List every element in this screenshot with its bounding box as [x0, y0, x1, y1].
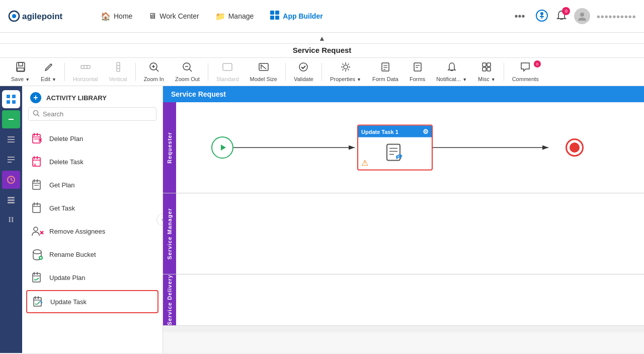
rail-list1[interactable]	[2, 130, 20, 149]
rail-list2[interactable]	[2, 151, 20, 169]
list-item-label: Delete Task	[49, 158, 84, 166]
save-icon	[15, 61, 26, 75]
svg-rect-105	[387, 145, 400, 161]
nav-manage[interactable]: 📁 Manage	[208, 8, 261, 25]
vertical-icon	[113, 61, 124, 75]
nav-home-label: Home	[114, 12, 132, 20]
validate-button[interactable]: Validate	[289, 59, 318, 84]
list-item[interactable]: Update Plan	[22, 266, 163, 289]
list-item[interactable]: Get Task	[22, 196, 163, 220]
standard-button[interactable]: Standard	[211, 59, 244, 84]
task-node-update-task1[interactable]: Update Task 1 ⚙ ⚠	[357, 125, 433, 171]
model-size-button[interactable]: Model Size	[245, 59, 282, 84]
process-title: Service Request	[163, 86, 644, 102]
list-item[interactable]: Delete Plan	[22, 127, 163, 150]
svg-rect-20	[117, 62, 120, 72]
svg-line-60	[11, 180, 13, 181]
nav-manage-label: Manage	[228, 12, 254, 20]
sidebar-title: ACTIVITY LIBRARY	[46, 94, 107, 102]
svg-rect-62	[8, 199, 15, 201]
properties-label: Properties ▼	[330, 76, 361, 82]
update-task-icon	[31, 295, 45, 309]
start-node[interactable]	[211, 136, 233, 159]
nav-more-btn[interactable]: •••	[510, 9, 529, 24]
sep3	[208, 63, 208, 81]
svg-rect-38	[414, 63, 421, 71]
svg-rect-49	[12, 100, 16, 104]
list-item[interactable]: Remove Assignees	[22, 220, 163, 243]
save-button[interactable]: Save ▼	[6, 59, 35, 84]
update-plan-icon	[30, 270, 44, 285]
nav-username: ●●●●●●●●●●	[596, 13, 636, 20]
model-size-label: Model Size	[250, 76, 277, 82]
rail-clock[interactable]	[2, 171, 20, 189]
grid-icon	[270, 10, 280, 22]
notifications-button[interactable]: Notificat... ▼	[431, 59, 472, 84]
svg-rect-47	[12, 95, 16, 98]
sep2	[135, 63, 136, 81]
canvas-area[interactable]: Service Request Requester	[163, 86, 644, 353]
svg-point-87	[34, 227, 38, 231]
properties-button[interactable]: Properties ▼	[325, 59, 366, 84]
toolbar: Save ▼ Edit ▼ Horizontal Vertical Zoom I…	[0, 58, 644, 86]
user-avatar[interactable]	[574, 8, 590, 24]
rail-II[interactable]: II	[2, 211, 20, 229]
swim-lane-service-delivery-content[interactable]	[176, 274, 644, 325]
collapse-bar[interactable]: ▲	[0, 33, 644, 44]
task-gear-icon[interactable]: ⚙	[423, 128, 429, 135]
swim-lane-service-manager-content[interactable]	[176, 193, 644, 274]
horizontal-scrollbar[interactable]	[163, 325, 644, 332]
svg-text:✕: ✕	[33, 163, 37, 167]
zoom-in-icon	[148, 61, 159, 75]
misc-label: Misc ▼	[478, 76, 496, 82]
end-node[interactable]	[566, 138, 584, 157]
rail-green[interactable]	[2, 110, 20, 128]
list-item-label: Get Task	[49, 204, 75, 212]
sidebar-add-button[interactable]: +	[30, 92, 41, 103]
edit-icon	[43, 61, 54, 75]
svg-line-65	[38, 115, 40, 117]
comments-button[interactable]: 0 Comments	[507, 59, 544, 84]
horizontal-button[interactable]: Horizontal	[68, 59, 103, 84]
logo: agilepoint	[8, 7, 73, 25]
edit-button[interactable]: Edit ▼	[36, 59, 61, 84]
list-item-update-task[interactable]: Update Task	[26, 290, 158, 313]
svg-rect-63	[8, 202, 15, 203]
horizontal-icon	[80, 61, 91, 75]
zoom-out-button[interactable]: Zoom Out	[170, 59, 205, 84]
nav-home[interactable]: 🏠 Home	[94, 8, 139, 25]
notifications-bell[interactable]: 0	[555, 9, 568, 24]
form-data-button[interactable]: Form Data	[367, 59, 404, 84]
swim-lane-service-manager: Service Manager	[163, 193, 644, 274]
svg-point-33	[344, 65, 348, 69]
list-item[interactable]: Get Plan	[22, 173, 163, 196]
list-item-label: Delete Plan	[49, 135, 83, 143]
zoom-out-icon	[182, 61, 193, 75]
swim-lane-service-delivery-label: Service Delivery	[167, 274, 173, 325]
rail-list3[interactable]	[2, 191, 20, 209]
svg-rect-3	[270, 11, 274, 15]
get-plan-icon	[30, 178, 44, 192]
list-item[interactable]: Rename Bucket	[22, 243, 163, 266]
misc-icon	[481, 61, 492, 75]
edit-label: Edit ▼	[41, 76, 56, 82]
list-item-label: Remove Assignees	[49, 228, 105, 235]
forms-button[interactable]: Forms	[405, 59, 430, 84]
remove-assignees-icon	[30, 224, 44, 238]
zoom-in-button[interactable]: Zoom In	[139, 59, 169, 84]
connections-btn[interactable]	[535, 9, 549, 24]
nav-appbuilder[interactable]: App Builder	[263, 6, 330, 26]
misc-button[interactable]: Misc ▼	[473, 59, 501, 84]
svg-rect-46	[7, 95, 10, 98]
rail-grid[interactable]	[2, 90, 20, 108]
sidebar-search-container	[28, 107, 156, 121]
svg-rect-44	[482, 67, 486, 71]
swim-lane-requester-content[interactable]: Update Task 1 ⚙ ⚠	[176, 102, 644, 193]
vertical-button[interactable]: Vertical	[104, 59, 132, 84]
search-input[interactable]	[43, 110, 152, 118]
end-node-inner	[570, 143, 580, 153]
list-item-label: Get Plan	[49, 181, 75, 189]
list-item[interactable]: ✕ Delete Task	[22, 150, 163, 173]
home-icon: 🏠	[101, 12, 111, 21]
nav-workcenter[interactable]: 🖥 Work Center	[141, 8, 206, 25]
